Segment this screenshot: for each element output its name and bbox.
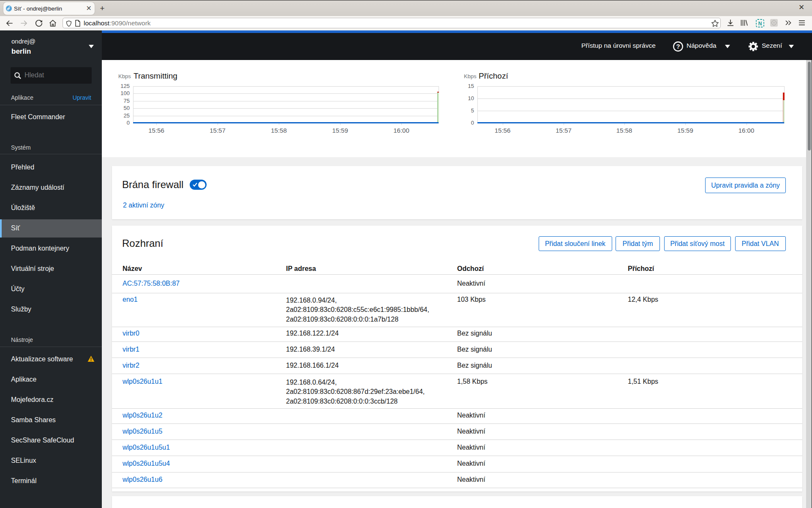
svg-text:N: N <box>758 21 762 27</box>
svg-text:?: ? <box>676 43 680 50</box>
